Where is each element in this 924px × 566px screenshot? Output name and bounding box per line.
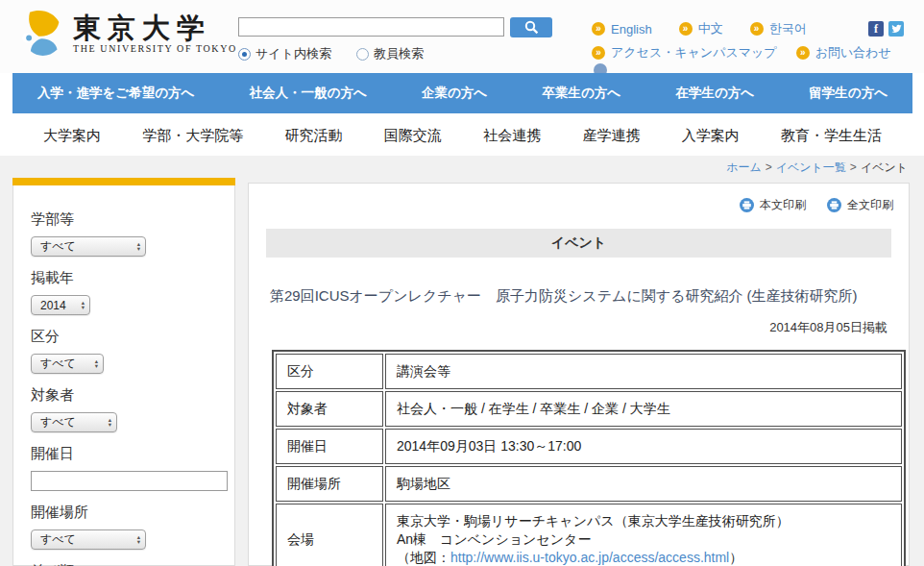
row-value: 2014年09月03日 13:30～17:00 [385, 429, 902, 464]
link-contact-label: お問い合わせ [815, 44, 891, 62]
radio-site-search[interactable]: サイト内検索 [238, 45, 331, 62]
table-row: 開催場所 駒場地区 [276, 466, 902, 502]
print-body-button[interactable]: 本文印刷 [740, 197, 806, 213]
nav-international-students[interactable]: 留学生の方へ [809, 85, 888, 102]
nav-companies[interactable]: 企業の方へ [422, 85, 487, 102]
search-button[interactable] [510, 17, 552, 37]
nav-international[interactable]: 国際交流 [384, 127, 442, 145]
event-title: 第29回ICUSオープンレクチャー 原子力防災システムに関する研究紹介 (生産技… [270, 286, 888, 306]
search-scope-radios: サイト内検索 教員検索 [238, 45, 424, 62]
filter-label-year: 掲載年 [31, 269, 221, 287]
site-header: 東京大学 THE UNIVERSITY OF TOKYO サイト内検索 教員検索 [0, 0, 924, 73]
row-label: 会場 [276, 504, 383, 566]
radio-unselected-icon [356, 48, 369, 61]
year-select-value: 2014 [40, 299, 66, 312]
nav-general-public[interactable]: 社会人・一般の方へ [250, 85, 367, 102]
facebook-icon[interactable]: f [868, 21, 884, 37]
twitter-icon[interactable] [888, 21, 904, 37]
section-title: イベント [551, 234, 606, 252]
category-select-value: すべて [40, 356, 76, 372]
map-suffix: ） [729, 550, 742, 565]
utokyo-logo[interactable]: 東京大学 THE UNIVERSITY OF TOKYO [19, 8, 237, 58]
breadcrumb-separator: > [766, 160, 772, 174]
nav-campus-life[interactable]: 教育・学生生活 [781, 127, 882, 145]
print-body-label: 本文印刷 [760, 197, 806, 213]
row-value: 講演会等 [385, 354, 902, 389]
link-english[interactable]: » English [592, 20, 652, 37]
printer-icon [740, 198, 754, 212]
chevrons-right-icon: » [679, 22, 693, 36]
audience-select[interactable]: すべて ▴▾ [31, 412, 117, 432]
row-label: 対象者 [276, 391, 383, 427]
nav-industry[interactable]: 産学連携 [582, 127, 640, 145]
nav-alumni[interactable]: 卒業生の方へ [542, 85, 620, 102]
nav-prospective-students[interactable]: 入学・進学をご希望の方へ [37, 85, 194, 102]
main-panel: 本文印刷 全文印刷 イベント 第29回ICUSオープンレクチャー 原子力防災シス… [248, 183, 910, 566]
year-select[interactable]: 2014 ▴▾ [31, 295, 90, 315]
print-all-button[interactable]: 全文印刷 [827, 197, 893, 213]
faculty-select[interactable]: すべて ▴▾ [31, 236, 146, 257]
venue-select[interactable]: すべて ▴▾ [31, 529, 146, 550]
select-stepper-icon: ▴▾ [82, 301, 85, 309]
nav-research[interactable]: 研究活動 [285, 127, 343, 145]
filter-sidebar: 学部等 すべて ▴▾ 掲載年 2014 ▴▾ 区分 すべて ▴▾ 対象者 すべて… [12, 179, 235, 566]
breadcrumb-home-link[interactable]: ホーム [726, 160, 762, 174]
faculty-select-value: すべて [40, 238, 76, 255]
chevrons-right-icon: » [592, 46, 605, 60]
venue-map-line: （地図：http://www.iis.u-tokyo.ac.jp/access/… [397, 549, 890, 566]
filter-label-category: 区分 [31, 328, 221, 346]
radio-staff-label: 教員検索 [374, 45, 424, 62]
radio-staff-search[interactable]: 教員検索 [356, 45, 424, 62]
event-detail-table: 区分 講演会等 対象者 社会人・一般 / 在学生 / 卒業生 / 企業 / 大学… [272, 350, 906, 566]
link-access-map[interactable]: » アクセス・キャンパスマップ [592, 44, 777, 62]
logo-text: 東京大学 THE UNIVERSITY OF TOKYO [73, 12, 237, 54]
breadcrumb-separator: > [850, 160, 857, 174]
row-value: 東京大学・駒場リサーチキャンパス（東京大学生産技術研究所） An棟 コンベンショ… [385, 504, 902, 566]
chevrons-right-icon: » [750, 22, 764, 36]
table-row: 会場 東京大学・駒場リサーチキャンパス（東京大学生産技術研究所） An棟 コンベ… [276, 504, 902, 566]
secondary-nav: 大学案内 学部・大学院等 研究活動 国際交流 社会連携 産学連携 入学案内 教育… [12, 113, 912, 158]
link-access-label: アクセス・キャンパスマップ [611, 44, 777, 62]
sns-icons: f [868, 21, 904, 37]
venue-line-2: An棟 コンベンションセンター [397, 530, 890, 549]
nav-about[interactable]: 大学案内 [43, 127, 101, 145]
row-label: 開催場所 [276, 466, 383, 502]
select-stepper-icon: ▴▾ [95, 359, 98, 368]
link-korean[interactable]: » 한국어 [750, 20, 807, 37]
link-chinese-label: 中文 [698, 20, 723, 37]
radio-site-label: サイト内検索 [255, 45, 331, 62]
filter-label-faculty: 学部等 [31, 210, 221, 229]
event-date-input[interactable] [31, 471, 228, 491]
link-contact[interactable]: » お問い合わせ [796, 44, 891, 62]
category-select[interactable]: すべて ▴▾ [31, 354, 104, 374]
breadcrumb-event-list-link[interactable]: イベント一覧 [776, 160, 846, 174]
logo-english: THE UNIVERSITY OF TOKYO [73, 43, 237, 54]
radio-selected-icon [238, 48, 251, 61]
filter-label-sort: 並び順 [31, 562, 221, 566]
map-url-link[interactable]: http://www.iis.u-tokyo.ac.jp/access/acce… [450, 550, 729, 565]
nav-community[interactable]: 社会連携 [483, 127, 541, 145]
primary-nav: 入学・進学をご希望の方へ 社会人・一般の方へ 企業の方へ 卒業生の方へ 在学生の… [12, 73, 912, 113]
posted-date: 2014年08月05日掲載 [258, 319, 888, 336]
venue-select-value: すべて [40, 531, 76, 548]
table-row: 開催日 2014年09月03日 13:30～17:00 [276, 429, 902, 464]
logo-kanji: 東京大学 [73, 12, 237, 43]
nav-admissions[interactable]: 入学案内 [682, 127, 740, 145]
map-prefix: （地図： [397, 550, 450, 565]
filter-label-venue: 開催場所 [31, 504, 221, 522]
link-chinese[interactable]: » 中文 [679, 20, 723, 37]
row-value: 駒場地区 [385, 466, 902, 502]
nav-schools[interactable]: 学部・大学院等 [142, 127, 243, 145]
row-label: 開催日 [276, 429, 383, 464]
ginkgo-leaf-icon [19, 8, 63, 58]
page: 東京大学 THE UNIVERSITY OF TOKYO サイト内検索 教員検索 [0, 0, 924, 566]
chevrons-right-icon: » [796, 46, 810, 60]
site-search-input[interactable] [238, 17, 504, 37]
twitter-bird-icon [891, 24, 902, 34]
audience-select-value: すべて [40, 414, 76, 431]
sidebar-accent-bar [12, 178, 235, 185]
breadcrumb: ホーム>イベント一覧>イベント [726, 160, 908, 176]
table-row: 対象者 社会人・一般 / 在学生 / 卒業生 / 企業 / 大学生 [276, 391, 902, 427]
nav-current-students[interactable]: 在学生の方へ [675, 85, 754, 102]
utility-links: » アクセス・キャンパスマップ » お問い合わせ [592, 44, 891, 62]
